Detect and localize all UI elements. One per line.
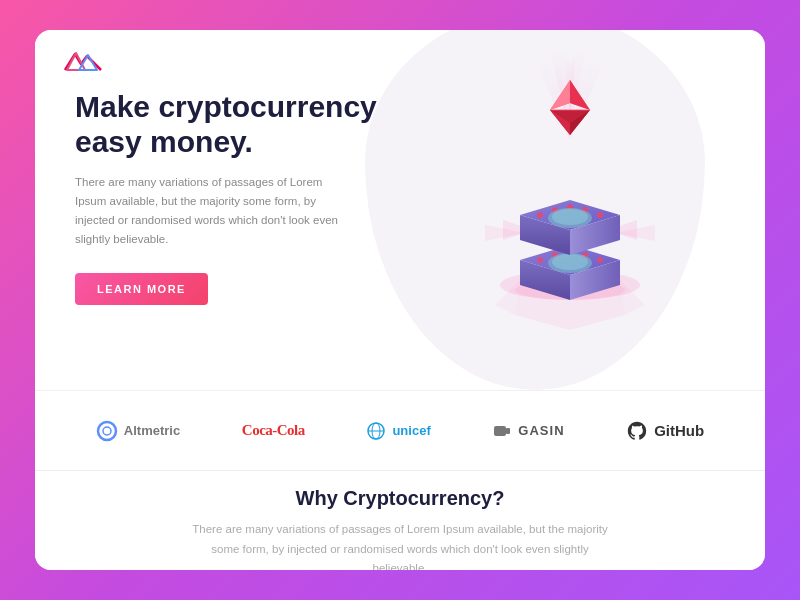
why-title: Why Cryptocurrency? (296, 487, 505, 510)
svg-point-27 (597, 257, 603, 263)
svg-point-37 (597, 212, 603, 218)
partners-section: Altmetric Coca-Cola unicef GASIN Git (35, 390, 765, 470)
partner-unicef: unicef (366, 421, 430, 441)
hero-content: Make cryptocurrency easy money. There ar… (75, 90, 395, 305)
learn-more-button[interactable]: LEARN MORE (75, 273, 208, 305)
svg-point-39 (552, 209, 588, 225)
hero-description: There are many variations of passages of… (75, 173, 345, 249)
svg-rect-49 (506, 428, 510, 434)
svg-point-44 (103, 427, 111, 435)
why-section: Why Cryptocurrency? There are many varia… (35, 470, 765, 570)
hero-illustration (465, 45, 685, 365)
why-description: There are many variations of passages of… (190, 520, 610, 570)
partner-gasin: GASIN (492, 421, 564, 441)
svg-point-43 (98, 422, 116, 440)
cocacola-label: Coca-Cola (242, 422, 305, 439)
svg-point-29 (552, 254, 588, 270)
github-icon (626, 420, 648, 442)
svg-rect-48 (494, 426, 506, 436)
gasin-label: GASIN (518, 423, 564, 438)
partner-github: GitHub (626, 420, 704, 442)
partner-cocacola: Coca-Cola (242, 422, 305, 439)
navbar (63, 48, 103, 78)
main-card: Make cryptocurrency easy money. There ar… (35, 30, 765, 570)
logo-icon (63, 48, 103, 74)
svg-point-23 (537, 257, 543, 263)
unicef-label: unicef (392, 423, 430, 438)
altmetric-icon (96, 420, 118, 442)
altmetric-label: Altmetric (124, 423, 180, 438)
hero-section: Make cryptocurrency easy money. There ar… (35, 30, 765, 390)
unicef-icon (366, 421, 386, 441)
svg-point-33 (537, 212, 543, 218)
hero-title: Make cryptocurrency easy money. (75, 90, 395, 159)
github-label: GitHub (654, 422, 704, 439)
partner-altmetric: Altmetric (96, 420, 180, 442)
gasin-icon (492, 421, 512, 441)
